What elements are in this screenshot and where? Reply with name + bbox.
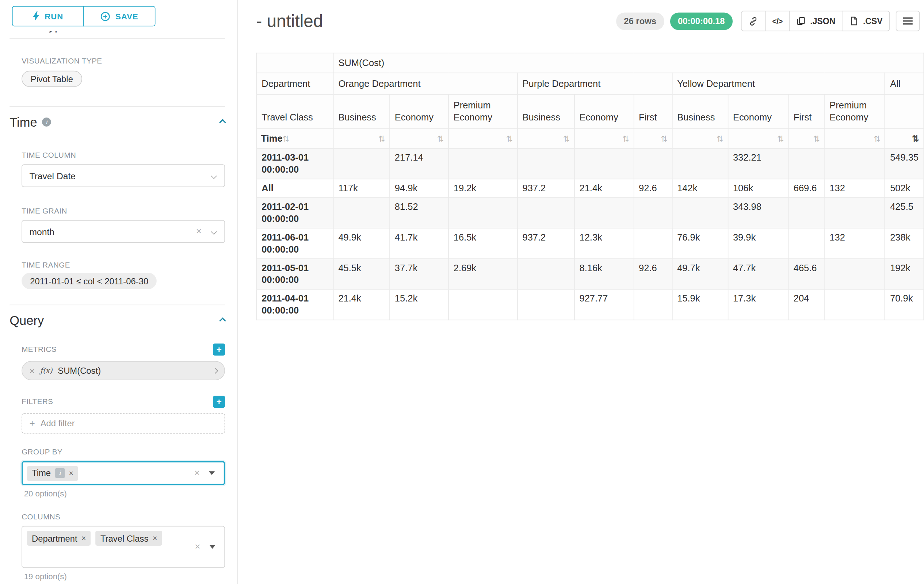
columns-tag: Travel Class × — [96, 531, 162, 546]
time-grain-select[interactable]: month × — [21, 220, 225, 243]
add-filter-dropzone[interactable]: + Add filter — [21, 413, 225, 434]
more-options-button[interactable] — [896, 11, 920, 31]
sort-toggle-icon[interactable]: ⇅ — [437, 134, 444, 143]
group-by-select[interactable]: Time i × × — [21, 461, 225, 485]
pivot-value-cell: 21.4k — [574, 179, 634, 197]
pivot-table-container: SUM(Cost)DepartmentOrange DepartmentPurp… — [256, 53, 924, 321]
time-column-select[interactable]: Travel Date — [21, 164, 225, 187]
clear-icon[interactable]: × — [196, 226, 201, 236]
caret-down-icon — [209, 471, 215, 475]
time-range-label: TIME RANGE — [21, 261, 225, 269]
sort-toggle-icon[interactable]: ⇅ — [813, 134, 820, 143]
pivot-value-cell: 76.9k — [672, 228, 728, 259]
table-row: 2011-05-01 00:00:0045.5k37.7k2.69k8.16k9… — [256, 259, 924, 290]
chevron-down-icon — [211, 173, 217, 179]
query-section-header[interactable]: Query — [10, 305, 225, 328]
pivot-value-cell — [449, 290, 518, 320]
pivot-value-cell — [333, 148, 389, 179]
pivot-value-cell: 12.3k — [574, 228, 634, 259]
pivot-value-cell: 204 — [789, 290, 825, 320]
pivot-value-cell: 39.9k — [728, 228, 789, 259]
pivot-class-header: Premium Economy — [449, 95, 518, 129]
pivot-metric-header: SUM(Cost) — [333, 53, 924, 72]
sort-toggle-icon[interactable]: ⇅ — [378, 134, 385, 143]
pivot-value-cell: 132 — [824, 179, 885, 197]
pivot-value-cell: 17.3k — [728, 290, 789, 320]
sort-toggle-icon[interactable]: ⇅ — [622, 134, 629, 143]
pivot-sort-cell: ⇅ — [333, 128, 389, 148]
chevron-right-icon[interactable] — [212, 368, 218, 373]
sort-toggle-icon[interactable]: ⇅ — [716, 134, 723, 143]
pivot-value-cell — [518, 290, 574, 320]
group-by-options-hint: 20 option(s) — [24, 489, 225, 498]
visualization-type-label: VISUALIZATION TYPE — [21, 57, 225, 65]
time-range-pill[interactable]: 2011-01-01 ≤ col < 2011-06-30 — [21, 273, 157, 289]
pivot-value-cell: 15.9k — [672, 290, 728, 320]
copy-icon — [797, 16, 806, 26]
time-section-header[interactable]: Time i — [10, 106, 225, 130]
sort-toggle-icon[interactable]: ⇅ — [874, 134, 881, 143]
table-row: 2011-06-01 00:00:0049.9k41.7k16.5k937.21… — [256, 228, 924, 259]
code-icon: </> — [772, 16, 782, 26]
add-filter-plus-button[interactable]: + — [213, 396, 225, 408]
visualization-type-pill[interactable]: Pivot Table — [21, 71, 82, 87]
save-button[interactable]: SAVE — [83, 6, 155, 26]
export-csv-button[interactable]: .CSV — [842, 11, 890, 31]
pivot-class-header: Economy — [390, 95, 449, 129]
file-icon — [849, 16, 859, 26]
remove-tag-icon[interactable]: × — [81, 535, 86, 542]
chevron-up-icon[interactable] — [219, 118, 226, 125]
columns-select[interactable]: Department × Travel Class × × — [21, 526, 225, 568]
pivot-value-cell: 19.2k — [449, 179, 518, 197]
hamburger-menu-icon — [903, 20, 912, 21]
chevron-up-icon[interactable] — [219, 317, 226, 324]
add-metric-button[interactable]: + — [213, 344, 225, 355]
info-icon: i — [42, 118, 51, 127]
link-icon — [748, 16, 759, 26]
pivot-sort-cell: ⇅ — [634, 128, 672, 148]
sort-descending-icon[interactable]: ⇅ — [912, 133, 919, 143]
pivot-row-label: 2011-04-01 00:00:00 — [256, 290, 333, 320]
pivot-class-header: Business — [672, 95, 728, 129]
chart-title[interactable]: - untitled — [256, 11, 323, 31]
pivot-sort-cell: ⇅ — [574, 128, 634, 148]
table-row: 2011-04-01 00:00:0021.4k15.2k927.7715.9k… — [256, 290, 924, 320]
pivot-value-cell: 425.5 — [885, 197, 924, 228]
remove-metric-icon[interactable]: × — [30, 366, 35, 375]
clear-icon[interactable]: × — [194, 468, 200, 478]
plus-icon: + — [30, 418, 35, 429]
pivot-value-cell: 465.6 — [789, 259, 825, 290]
pivot-value-cell: 81.52 — [390, 197, 449, 228]
sort-toggle-icon[interactable]: ⇅ — [777, 134, 784, 143]
pivot-value-cell — [672, 197, 728, 228]
pivot-value-cell — [518, 197, 574, 228]
remove-tag-icon[interactable]: × — [153, 535, 157, 542]
time-grain-value: month — [30, 226, 55, 237]
superset-explore-view: RUN SAVE Chart Type VISUALIZATION TYPE P… — [0, 0, 924, 584]
pivot-row-label: All — [256, 179, 333, 197]
remove-tag-icon[interactable]: × — [69, 469, 73, 477]
pivot-value-cell — [449, 197, 518, 228]
sort-toggle-icon[interactable]: ⇅ — [506, 134, 513, 143]
export-json-button[interactable]: .JSON — [789, 11, 843, 31]
pivot-sort-row: Time⇅⇅⇅⇅⇅⇅⇅⇅⇅⇅⇅⇅ — [256, 128, 924, 148]
pivot-value-cell: 927.77 — [574, 290, 634, 320]
pivot-row-dimension-label: Time — [261, 132, 283, 144]
copy-link-button[interactable] — [741, 11, 766, 31]
view-query-button[interactable]: </> — [765, 11, 790, 31]
pivot-value-cell: 70.9k — [885, 290, 924, 320]
pivot-value-cell — [824, 259, 885, 290]
sort-toggle-icon[interactable]: ⇅ — [563, 134, 570, 143]
pivot-value-cell — [574, 148, 634, 179]
clear-icon[interactable]: × — [195, 542, 200, 551]
pivot-class-header: Economy — [574, 95, 634, 129]
run-button[interactable]: RUN — [12, 6, 84, 26]
pivot-value-cell: 94.9k — [390, 179, 449, 197]
pivot-row-label: 2011-02-01 00:00:00 — [256, 197, 333, 228]
metric-item[interactable]: × ƒ(x) SUM(Cost) — [21, 361, 225, 380]
caret-down-icon — [209, 545, 215, 549]
columns-label: COLUMNS — [21, 513, 225, 521]
pivot-value-cell: 192k — [885, 259, 924, 290]
sort-toggle-icon[interactable]: ⇅ — [283, 134, 290, 143]
sort-toggle-icon[interactable]: ⇅ — [661, 134, 668, 143]
